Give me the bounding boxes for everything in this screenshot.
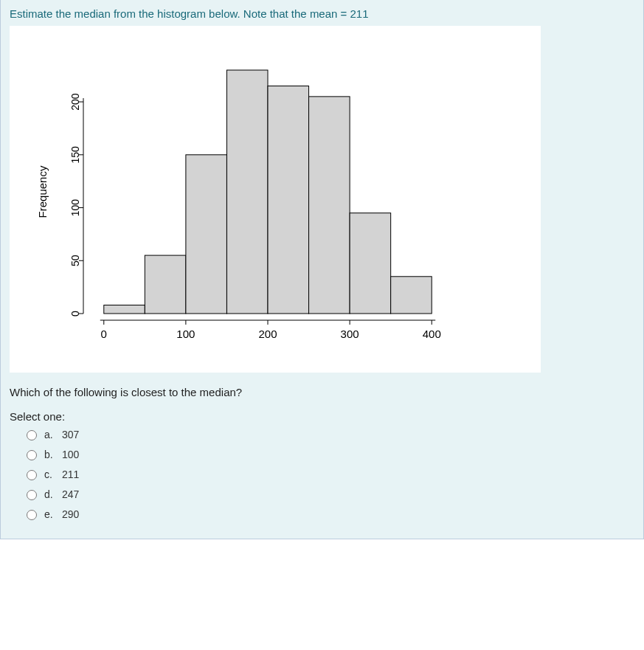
svg-text:50: 50 — [69, 255, 81, 266]
option-text: 100 — [62, 449, 79, 460]
svg-text:400: 400 — [423, 328, 441, 340]
option-c[interactable]: c. 211 — [23, 464, 634, 484]
sub-question: Which of the following is closest to the… — [1, 373, 643, 403]
option-text: 307 — [62, 429, 79, 440]
question-container: Estimate the median from the histogram b… — [0, 0, 644, 539]
svg-rect-5 — [309, 97, 350, 314]
svg-rect-1 — [145, 255, 186, 314]
svg-rect-7 — [391, 277, 432, 314]
option-b[interactable]: b. 100 — [23, 444, 634, 464]
option-a[interactable]: a. 307 — [23, 424, 634, 444]
question-prompt: Estimate the median from the histogram b… — [1, 0, 643, 26]
option-d[interactable]: d. 247 — [23, 484, 634, 504]
svg-text:0: 0 — [69, 311, 81, 317]
option-letter: c. — [44, 469, 62, 480]
radio-d[interactable] — [27, 490, 37, 500]
option-letter: b. — [44, 449, 62, 460]
svg-text:Frequency: Frequency — [36, 165, 49, 218]
option-text: 290 — [62, 508, 79, 520]
svg-rect-2 — [186, 155, 227, 314]
svg-text:100: 100 — [69, 199, 81, 217]
option-letter: e. — [44, 508, 62, 520]
radio-e[interactable] — [27, 510, 37, 520]
options-group: a. 307 b. 100 c. 211 d. 247 e. 290 — [1, 424, 643, 539]
select-one-label: Select one: — [1, 403, 643, 424]
option-letter: a. — [44, 429, 62, 440]
svg-rect-6 — [350, 213, 391, 314]
svg-text:150: 150 — [69, 146, 81, 164]
option-text: 211 — [62, 469, 79, 480]
histogram-chart: 050100150200Frequency0100200300400 — [24, 41, 467, 358]
histogram-panel: 050100150200Frequency0100200300400 — [10, 26, 541, 373]
radio-a[interactable] — [27, 430, 37, 440]
option-letter: d. — [44, 488, 62, 500]
radio-b[interactable] — [27, 450, 37, 460]
option-e[interactable]: e. 290 — [23, 504, 634, 524]
svg-rect-4 — [268, 86, 309, 314]
svg-text:200: 200 — [258, 328, 277, 340]
option-text: 247 — [62, 488, 79, 500]
svg-text:300: 300 — [341, 328, 359, 340]
svg-rect-3 — [226, 70, 268, 314]
svg-text:0: 0 — [101, 328, 107, 340]
svg-text:100: 100 — [176, 328, 195, 340]
svg-text:200: 200 — [69, 93, 81, 111]
radio-c[interactable] — [27, 470, 37, 480]
svg-rect-0 — [104, 305, 145, 314]
